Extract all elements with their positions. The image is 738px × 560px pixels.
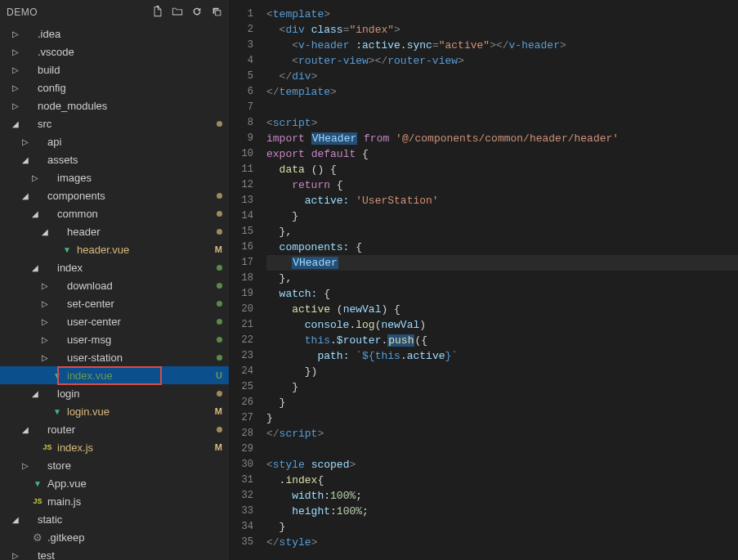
code-line[interactable]: } xyxy=(266,410,738,426)
file-item[interactable]: ▼login.vueM xyxy=(0,402,229,420)
line-number: 18 xyxy=(229,271,253,286)
folder-item[interactable]: ◢assets xyxy=(0,150,229,168)
chevron-icon: ◢ xyxy=(20,191,31,200)
code-line[interactable]: </style> xyxy=(266,535,738,550)
code-line[interactable]: } xyxy=(266,395,738,410)
code-line[interactable]: this.$router.push({ xyxy=(266,333,738,348)
line-number: 10 xyxy=(229,146,253,162)
code-line[interactable]: <router-view></router-view> xyxy=(266,53,738,69)
git-status-dot xyxy=(217,283,222,289)
folder-item[interactable]: ◢router xyxy=(0,420,229,438)
folder-item[interactable]: ▷user-center xyxy=(0,312,229,330)
code-line[interactable]: </template> xyxy=(266,84,738,100)
js-icon: JS xyxy=(41,443,54,451)
code-content[interactable]: <template> <div class="index"> <v-header… xyxy=(266,0,738,560)
code-line[interactable]: } xyxy=(266,208,738,224)
file-item[interactable]: ▼index.vueU xyxy=(0,366,229,384)
file-item[interactable]: JSmain.js xyxy=(0,492,229,510)
file-item[interactable]: ▼App.vue xyxy=(0,474,229,492)
file-item[interactable]: ⚙.gitkeep xyxy=(0,528,229,546)
folder-item[interactable]: ▷user-msg xyxy=(0,330,229,348)
code-line[interactable]: }) xyxy=(266,364,738,379)
folder-item[interactable]: ▷config xyxy=(0,78,229,96)
code-line[interactable]: </div> xyxy=(266,69,738,84)
vue-icon: ▼ xyxy=(51,371,64,380)
file-label: index xyxy=(57,262,217,274)
git-status-dot xyxy=(217,121,222,127)
line-number: 12 xyxy=(229,177,253,193)
gear-icon: ⚙ xyxy=(31,531,44,544)
git-status-dot xyxy=(217,355,222,361)
code-line[interactable]: export default { xyxy=(266,146,738,162)
folder-item[interactable]: ▷node_modules xyxy=(0,96,229,114)
folder-item[interactable]: ▷download xyxy=(0,276,229,294)
folder-item[interactable]: ▷images xyxy=(0,168,229,186)
folder-item[interactable]: ◢login xyxy=(0,384,229,402)
code-line[interactable]: import VHeader from '@/components/common… xyxy=(266,131,738,146)
code-line[interactable]: <template> xyxy=(266,7,738,22)
folder-item[interactable]: ◢index xyxy=(0,258,229,276)
line-number: 35 xyxy=(229,535,253,550)
code-line[interactable]: .index{ xyxy=(266,473,738,488)
file-tree: ▷.idea▷.vscode▷build▷config▷node_modules… xyxy=(0,25,229,560)
folder-item[interactable]: ▷test xyxy=(0,546,229,560)
folder-item[interactable]: ▷store xyxy=(0,456,229,474)
file-label: user-msg xyxy=(67,334,217,346)
line-number: 19 xyxy=(229,286,253,302)
code-line[interactable]: <v-header :active.sync="active"></v-head… xyxy=(266,38,738,53)
code-line[interactable]: watch: { xyxy=(266,286,738,302)
git-status-dot xyxy=(217,301,222,307)
file-item[interactable]: JSindex.jsM xyxy=(0,438,229,456)
file-label: common xyxy=(57,208,217,220)
code-line[interactable]: VHeader xyxy=(266,255,738,271)
chevron-icon: ◢ xyxy=(20,155,31,164)
code-line[interactable]: } xyxy=(266,379,738,395)
file-item[interactable]: ▼header.vueM xyxy=(0,240,229,258)
code-line[interactable] xyxy=(266,441,738,457)
folder-item[interactable]: ▷.idea xyxy=(0,25,229,43)
code-line[interactable]: height:100%; xyxy=(266,504,738,519)
code-line[interactable]: console.log(newVal) xyxy=(266,317,738,333)
code-line[interactable]: </script> xyxy=(266,426,738,441)
folder-item[interactable]: ◢static xyxy=(0,510,229,528)
code-line[interactable]: } xyxy=(266,519,738,535)
folder-item[interactable]: ▷set-center xyxy=(0,294,229,312)
folder-item[interactable]: ▷api xyxy=(0,132,229,150)
collapse-all-icon[interactable] xyxy=(211,6,222,20)
new-file-icon[interactable] xyxy=(152,6,163,20)
code-line[interactable]: <div class="index"> xyxy=(266,22,738,38)
code-line[interactable]: path: `${this.active}` xyxy=(266,348,738,364)
folder-item[interactable]: ◢components xyxy=(0,186,229,204)
folder-item[interactable]: ▷.vscode xyxy=(0,43,229,60)
vue-icon: ▼ xyxy=(31,479,44,488)
git-status-dot xyxy=(217,391,222,396)
line-number: 26 xyxy=(229,395,253,410)
new-folder-icon[interactable] xyxy=(172,6,183,20)
code-line[interactable]: width:100%; xyxy=(266,488,738,504)
code-line[interactable]: data () { xyxy=(266,162,738,177)
folder-item[interactable]: ◢src xyxy=(0,114,229,132)
folder-item[interactable]: ▷user-station xyxy=(0,348,229,366)
code-line[interactable]: active (newVal) { xyxy=(266,302,738,317)
folder-item[interactable]: ◢common xyxy=(0,204,229,222)
file-label: api xyxy=(47,136,222,148)
code-editor[interactable]: 1234567891011121314151617181920212223242… xyxy=(229,0,738,560)
code-line[interactable]: }, xyxy=(266,224,738,240)
folder-item[interactable]: ◢header xyxy=(0,222,229,240)
folder-item[interactable]: ▷build xyxy=(0,60,229,78)
code-line[interactable] xyxy=(266,100,738,115)
code-line[interactable]: <style scoped> xyxy=(266,457,738,473)
code-line[interactable]: }, xyxy=(266,271,738,286)
file-label: header.vue xyxy=(77,244,212,256)
code-line[interactable]: active: 'UserStation' xyxy=(266,193,738,208)
line-number: 11 xyxy=(229,162,253,177)
line-number: 34 xyxy=(229,519,253,535)
line-number: 20 xyxy=(229,302,253,317)
git-status-dot xyxy=(217,319,222,325)
file-label: images xyxy=(57,172,222,184)
code-line[interactable]: return { xyxy=(266,177,738,193)
code-line[interactable]: <script> xyxy=(266,115,738,131)
code-line[interactable]: components: { xyxy=(266,240,738,255)
refresh-icon[interactable] xyxy=(191,6,203,20)
line-number: 13 xyxy=(229,193,253,208)
